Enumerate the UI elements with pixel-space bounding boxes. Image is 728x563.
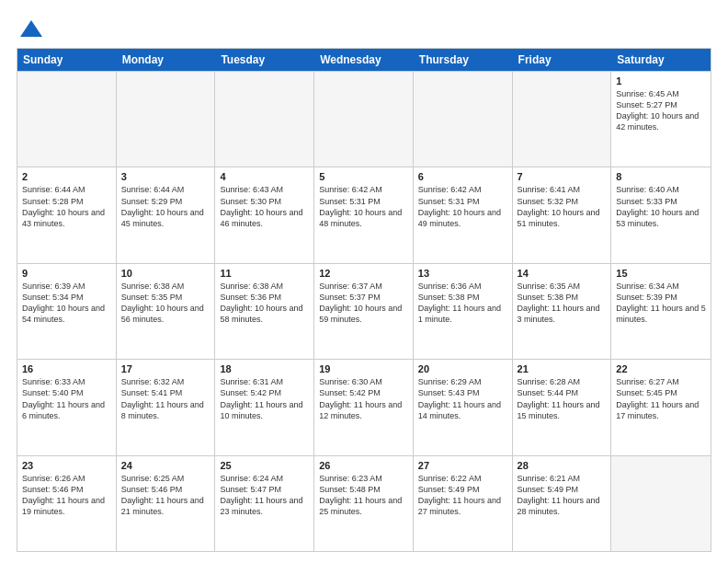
header-day-sunday: Sunday — [17, 49, 117, 71]
day-number: 2 — [22, 171, 111, 182]
day-number: 23 — [22, 460, 111, 471]
day-number: 11 — [220, 268, 309, 279]
empty-cell — [17, 72, 117, 167]
header-day-wednesday: Wednesday — [314, 49, 414, 71]
day-cell-10: 10Sunrise: 6:38 AM Sunset: 5:35 PM Dayli… — [117, 264, 216, 359]
day-cell-6: 6Sunrise: 6:42 AM Sunset: 5:31 PM Daylig… — [414, 167, 513, 262]
day-info: Sunrise: 6:42 AM Sunset: 5:31 PM Dayligh… — [418, 184, 507, 229]
day-cell-11: 11Sunrise: 6:38 AM Sunset: 5:36 PM Dayli… — [215, 264, 314, 359]
day-cell-12: 12Sunrise: 6:37 AM Sunset: 5:37 PM Dayli… — [314, 264, 414, 359]
day-info: Sunrise: 6:38 AM Sunset: 5:36 PM Dayligh… — [220, 281, 309, 326]
day-cell-13: 13Sunrise: 6:36 AM Sunset: 5:38 PM Dayli… — [414, 264, 513, 359]
day-info: Sunrise: 6:29 AM Sunset: 5:43 PM Dayligh… — [418, 376, 507, 421]
calendar-body: 1Sunrise: 6:45 AM Sunset: 5:27 PM Daylig… — [17, 71, 711, 551]
day-cell-4: 4Sunrise: 6:43 AM Sunset: 5:30 PM Daylig… — [215, 167, 314, 262]
day-info: Sunrise: 6:43 AM Sunset: 5:30 PM Dayligh… — [220, 184, 309, 229]
day-info: Sunrise: 6:40 AM Sunset: 5:33 PM Dayligh… — [616, 184, 706, 229]
day-number: 9 — [22, 268, 111, 279]
day-cell-28: 28Sunrise: 6:21 AM Sunset: 5:49 PM Dayli… — [513, 456, 612, 551]
day-info: Sunrise: 6:32 AM Sunset: 5:41 PM Dayligh… — [121, 376, 210, 421]
week-row-4: 23Sunrise: 6:26 AM Sunset: 5:46 PM Dayli… — [17, 455, 711, 551]
day-cell-14: 14Sunrise: 6:35 AM Sunset: 5:38 PM Dayli… — [513, 264, 612, 359]
day-info: Sunrise: 6:39 AM Sunset: 5:34 PM Dayligh… — [22, 281, 111, 326]
day-number: 26 — [319, 460, 408, 471]
empty-cell — [117, 72, 216, 167]
day-cell-26: 26Sunrise: 6:23 AM Sunset: 5:48 PM Dayli… — [314, 456, 414, 551]
day-info: Sunrise: 6:34 AM Sunset: 5:39 PM Dayligh… — [616, 281, 706, 326]
day-number: 14 — [518, 268, 607, 279]
day-number: 22 — [616, 363, 706, 374]
day-number: 16 — [22, 363, 111, 374]
week-row-2: 9Sunrise: 6:39 AM Sunset: 5:34 PM Daylig… — [17, 263, 711, 359]
day-number: 5 — [319, 171, 408, 182]
header-day-friday: Friday — [513, 49, 612, 71]
day-number: 17 — [121, 363, 210, 374]
day-cell-15: 15Sunrise: 6:34 AM Sunset: 5:39 PM Dayli… — [611, 264, 711, 359]
empty-cell — [414, 72, 513, 167]
header-day-tuesday: Tuesday — [215, 49, 314, 71]
logo — [17, 17, 44, 39]
day-info: Sunrise: 6:44 AM Sunset: 5:28 PM Dayligh… — [22, 184, 111, 229]
day-cell-25: 25Sunrise: 6:24 AM Sunset: 5:47 PM Dayli… — [215, 456, 314, 551]
day-info: Sunrise: 6:44 AM Sunset: 5:29 PM Dayligh… — [121, 184, 210, 229]
day-number: 19 — [319, 363, 408, 374]
day-info: Sunrise: 6:38 AM Sunset: 5:35 PM Dayligh… — [121, 281, 210, 326]
day-info: Sunrise: 6:24 AM Sunset: 5:47 PM Dayligh… — [220, 473, 309, 518]
day-info: Sunrise: 6:25 AM Sunset: 5:46 PM Dayligh… — [121, 473, 210, 518]
calendar: SundayMondayTuesdayWednesdayThursdayFrid… — [17, 48, 711, 552]
day-number: 7 — [518, 171, 607, 182]
day-info: Sunrise: 6:33 AM Sunset: 5:40 PM Dayligh… — [22, 376, 111, 421]
day-info: Sunrise: 6:30 AM Sunset: 5:42 PM Dayligh… — [319, 376, 408, 421]
day-number: 27 — [418, 460, 507, 471]
empty-cell — [513, 72, 612, 167]
day-cell-16: 16Sunrise: 6:33 AM Sunset: 5:40 PM Dayli… — [17, 360, 117, 454]
day-info: Sunrise: 6:42 AM Sunset: 5:31 PM Dayligh… — [319, 184, 408, 229]
day-cell-2: 2Sunrise: 6:44 AM Sunset: 5:28 PM Daylig… — [17, 167, 117, 262]
day-info: Sunrise: 6:27 AM Sunset: 5:45 PM Dayligh… — [616, 376, 706, 421]
week-row-1: 2Sunrise: 6:44 AM Sunset: 5:28 PM Daylig… — [17, 167, 711, 262]
day-info: Sunrise: 6:45 AM Sunset: 5:27 PM Dayligh… — [616, 88, 706, 133]
day-number: 8 — [616, 171, 706, 182]
day-cell-22: 22Sunrise: 6:27 AM Sunset: 5:45 PM Dayli… — [611, 360, 711, 454]
day-number: 6 — [418, 171, 507, 182]
header-day-thursday: Thursday — [414, 49, 513, 71]
day-cell-18: 18Sunrise: 6:31 AM Sunset: 5:42 PM Dayli… — [215, 360, 314, 454]
week-row-3: 16Sunrise: 6:33 AM Sunset: 5:40 PM Dayli… — [17, 359, 711, 454]
day-number: 4 — [220, 171, 309, 182]
day-number: 3 — [121, 171, 210, 182]
day-cell-21: 21Sunrise: 6:28 AM Sunset: 5:44 PM Dayli… — [513, 360, 612, 454]
page: SundayMondayTuesdayWednesdayThursdayFrid… — [0, 0, 728, 563]
empty-cell — [314, 72, 414, 167]
empty-cell — [611, 456, 711, 551]
day-cell-23: 23Sunrise: 6:26 AM Sunset: 5:46 PM Dayli… — [17, 456, 117, 551]
day-number: 24 — [121, 460, 210, 471]
day-info: Sunrise: 6:23 AM Sunset: 5:48 PM Dayligh… — [319, 473, 408, 518]
header-day-monday: Monday — [117, 49, 216, 71]
day-number: 25 — [220, 460, 309, 471]
svg-marker-0 — [20, 20, 42, 37]
day-cell-1: 1Sunrise: 6:45 AM Sunset: 5:27 PM Daylig… — [611, 72, 711, 167]
day-cell-24: 24Sunrise: 6:25 AM Sunset: 5:46 PM Dayli… — [117, 456, 216, 551]
day-info: Sunrise: 6:37 AM Sunset: 5:37 PM Dayligh… — [319, 281, 408, 326]
calendar-header: SundayMondayTuesdayWednesdayThursdayFrid… — [17, 49, 711, 71]
day-number: 20 — [418, 363, 507, 374]
day-number: 12 — [319, 268, 408, 279]
day-cell-5: 5Sunrise: 6:42 AM Sunset: 5:31 PM Daylig… — [314, 167, 414, 262]
day-number: 21 — [518, 363, 607, 374]
empty-cell — [215, 72, 314, 167]
day-number: 10 — [121, 268, 210, 279]
day-info: Sunrise: 6:41 AM Sunset: 5:32 PM Dayligh… — [518, 184, 607, 229]
day-number: 18 — [220, 363, 309, 374]
day-number: 28 — [518, 460, 607, 471]
day-info: Sunrise: 6:31 AM Sunset: 5:42 PM Dayligh… — [220, 376, 309, 421]
day-info: Sunrise: 6:28 AM Sunset: 5:44 PM Dayligh… — [518, 376, 607, 421]
day-cell-7: 7Sunrise: 6:41 AM Sunset: 5:32 PM Daylig… — [513, 167, 612, 262]
day-cell-27: 27Sunrise: 6:22 AM Sunset: 5:49 PM Dayli… — [414, 456, 513, 551]
day-info: Sunrise: 6:35 AM Sunset: 5:38 PM Dayligh… — [518, 281, 607, 326]
day-cell-20: 20Sunrise: 6:29 AM Sunset: 5:43 PM Dayli… — [414, 360, 513, 454]
logo-icon — [18, 17, 44, 42]
day-info: Sunrise: 6:36 AM Sunset: 5:38 PM Dayligh… — [418, 281, 507, 326]
day-cell-3: 3Sunrise: 6:44 AM Sunset: 5:29 PM Daylig… — [117, 167, 216, 262]
day-number: 1 — [616, 75, 706, 86]
day-cell-19: 19Sunrise: 6:30 AM Sunset: 5:42 PM Dayli… — [314, 360, 414, 454]
